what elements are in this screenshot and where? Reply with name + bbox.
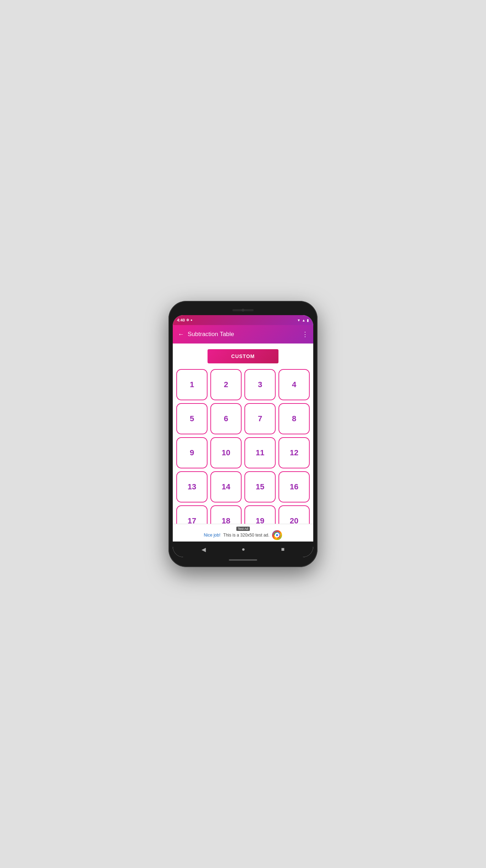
number-cell-4[interactable]: 4 <box>278 369 310 400</box>
number-cell-2[interactable]: 2 <box>210 369 242 400</box>
number-cell-8[interactable]: 8 <box>278 403 310 434</box>
number-cell-19[interactable]: 19 <box>244 505 276 524</box>
number-cell-3[interactable]: 3 <box>244 369 276 400</box>
nav-home-button[interactable]: ● <box>242 546 245 553</box>
custom-button[interactable]: CUSTOM <box>208 349 278 363</box>
number-cell-6[interactable]: 6 <box>210 403 242 434</box>
phone-top-bar <box>173 305 313 315</box>
nav-back-button[interactable]: ◀ <box>201 546 206 553</box>
ad-banner-wrapper: Test Ad Nice job! This is a 320x50 test … <box>177 526 309 540</box>
phone-frame: 4:40 ⚙ ● ▼ ▲ ▮ ← Subtraction Table ⋮ CUS… <box>169 301 317 567</box>
number-cell-13[interactable]: 13 <box>176 471 208 502</box>
ad-nice-text: Nice job! <box>204 533 221 538</box>
ad-banner: Test Ad Nice job! This is a 320x50 test … <box>173 524 313 542</box>
status-icons: ▼ ▲ ▮ <box>297 318 309 322</box>
back-button[interactable]: ← <box>178 331 184 338</box>
clock: 4:40 <box>177 318 185 322</box>
status-bar: 4:40 ⚙ ● ▼ ▲ ▮ <box>173 315 313 325</box>
camera <box>242 309 244 312</box>
settings-icon: ⚙ <box>186 318 189 322</box>
home-indicator <box>229 559 257 561</box>
circle-icon: ● <box>190 318 192 322</box>
number-cell-7[interactable]: 7 <box>244 403 276 434</box>
toolbar-left: ← Subtraction Table <box>178 331 234 338</box>
ad-label: Test Ad <box>236 527 250 531</box>
numbers-grid: 123456789101112131415161718192021222324 <box>176 369 310 524</box>
number-cell-10[interactable]: 10 <box>210 437 242 468</box>
nav-recents-button[interactable]: ■ <box>281 546 285 553</box>
phone-screen: 4:40 ⚙ ● ▼ ▲ ▮ ← Subtraction Table ⋮ CUS… <box>173 315 313 557</box>
overflow-menu-button[interactable]: ⋮ <box>302 330 308 338</box>
nav-bar: ◀ ● ■ <box>173 542 313 557</box>
number-cell-20[interactable]: 20 <box>278 505 310 524</box>
number-cell-15[interactable]: 15 <box>244 471 276 502</box>
number-cell-11[interactable]: 11 <box>244 437 276 468</box>
battery-icon: ▮ <box>307 318 309 322</box>
toolbar: ← Subtraction Table ⋮ <box>173 325 313 344</box>
number-cell-17[interactable]: 17 <box>176 505 208 524</box>
svg-point-1 <box>276 534 278 536</box>
number-cell-5[interactable]: 5 <box>176 403 208 434</box>
status-time: 4:40 ⚙ ● <box>177 318 192 322</box>
ad-icon <box>272 530 282 540</box>
page-title: Subtraction Table <box>188 331 234 338</box>
signal-icon: ▲ <box>302 318 305 322</box>
number-cell-9[interactable]: 9 <box>176 437 208 468</box>
number-cell-18[interactable]: 18 <box>210 505 242 524</box>
ad-description: This is a 320x50 test ad. <box>223 533 269 538</box>
number-cell-16[interactable]: 16 <box>278 471 310 502</box>
phone-bottom-bar <box>173 557 313 563</box>
number-cell-1[interactable]: 1 <box>176 369 208 400</box>
wifi-icon: ▼ <box>297 318 300 322</box>
number-cell-12[interactable]: 12 <box>278 437 310 468</box>
number-cell-14[interactable]: 14 <box>210 471 242 502</box>
app-content: CUSTOM 123456789101112131415161718192021… <box>173 344 313 524</box>
